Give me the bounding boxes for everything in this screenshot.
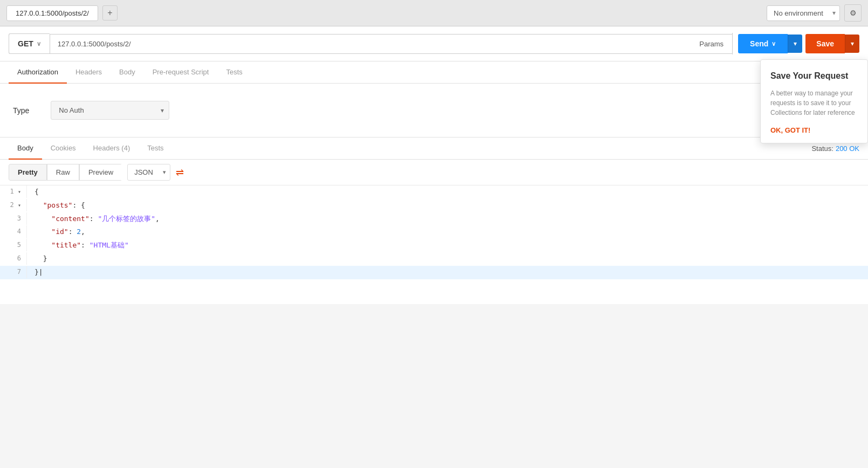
tab-headers[interactable]: Headers <box>67 61 111 84</box>
code-line-5: 5 "title": "HTML基础" <box>0 239 868 252</box>
response-tab-body[interactable]: Body <box>9 137 42 160</box>
popup-ok-button[interactable]: OK, GOT IT! <box>770 126 810 134</box>
method-label: GET <box>18 39 33 48</box>
top-bar-right: No environment ▾ ⚙ <box>767 4 862 22</box>
environment-wrapper: No environment ▾ <box>767 5 840 21</box>
params-button[interactable]: Params <box>691 34 732 54</box>
response-tabs-row: Body Cookies Headers (4) Tests Status: 2… <box>0 137 868 160</box>
line-number-6: 6 <box>0 252 27 265</box>
url-input[interactable] <box>50 34 691 54</box>
request-bar: GET ∨ Params Send ∨ ▾ Save ▾ <box>0 26 868 61</box>
format-raw-button[interactable]: Raw <box>47 164 79 181</box>
format-pretty-button[interactable]: Pretty <box>9 164 47 181</box>
line-content-2: "posts": { <box>27 199 868 212</box>
code-line-1: 1 ▾ { <box>0 185 868 199</box>
popup-body: A better way to manage your requests is … <box>770 88 858 118</box>
status-label: Status: <box>811 144 833 153</box>
tab-authorization[interactable]: Authorization <box>9 61 67 84</box>
json-format-select[interactable]: JSON XML HTML Text <box>127 164 170 181</box>
send-button[interactable]: Send ∨ <box>738 34 788 53</box>
format-button-group: Pretty Raw Preview <box>9 164 122 181</box>
url-tab[interactable]: 127.0.0.1:5000/posts/2/ <box>6 5 98 21</box>
code-line-7: 7 }| <box>0 266 868 279</box>
response-tab-headers[interactable]: Headers (4) <box>85 137 139 160</box>
code-line-4: 4 "id": 2, <box>0 225 868 239</box>
auth-select-wrapper: No Auth Bearer Token Basic Auth Digest A… <box>51 101 169 120</box>
arrow-icon-2: ▾ <box>18 202 21 208</box>
method-button[interactable]: GET ∨ <box>9 33 50 54</box>
line-number-3: 3 <box>0 212 27 225</box>
line-content-4: "id": 2, <box>27 225 868 239</box>
line-content-1: { <box>27 185 868 199</box>
auth-type-select[interactable]: No Auth Bearer Token Basic Auth Digest A… <box>51 101 169 120</box>
send-dropdown-button[interactable]: ▾ <box>788 35 802 53</box>
line-content-6: } <box>27 252 868 266</box>
json-format-wrapper: JSON XML HTML Text ▾ <box>127 164 170 181</box>
top-bar: 127.0.0.1:5000/posts/2/ + No environment… <box>0 0 868 26</box>
line-content-5: "title": "HTML基础" <box>27 239 868 252</box>
auth-type-label: Type <box>13 106 29 115</box>
line-number-5: 5 <box>0 239 27 251</box>
popup-title: Save Your Request <box>770 71 858 82</box>
method-chevron-icon: ∨ <box>37 40 41 47</box>
tab-tests[interactable]: Tests <box>217 61 251 84</box>
format-preview-button[interactable]: Preview <box>79 164 122 181</box>
code-line-3: 3 "content": "几个标签的故事", <box>0 212 868 226</box>
line-number-7: 7 <box>0 266 27 278</box>
divider <box>732 33 733 54</box>
line-content-7: }| <box>27 266 868 279</box>
line-number-4: 4 <box>0 225 27 238</box>
response-toolbar: Pretty Raw Preview JSON XML HTML Text ▾ … <box>0 160 868 185</box>
send-label: Send <box>750 39 768 48</box>
auth-section: Type No Auth Bearer Token Basic Auth Dig… <box>0 84 868 137</box>
save-button[interactable]: Save <box>805 34 845 53</box>
request-tabs: Authorization Headers Body Pre-request S… <box>0 61 868 84</box>
line-number-1: 1 ▾ <box>0 185 27 198</box>
status-area: Status: 200 OK <box>811 144 859 153</box>
settings-icon-button[interactable]: ⚙ <box>844 4 862 22</box>
code-line-2: 2 ▾ "posts": { <box>0 199 868 212</box>
send-chevron-icon: ∨ <box>771 40 776 47</box>
word-wrap-icon[interactable]: ⇌ <box>176 167 184 178</box>
response-tab-tests[interactable]: Tests <box>139 137 172 160</box>
save-request-popup: Save Your Request A better way to manage… <box>760 59 868 143</box>
response-tab-cookies[interactable]: Cookies <box>42 137 85 160</box>
status-value: 200 OK <box>836 144 859 153</box>
arrow-icon-1: ▾ <box>18 189 21 195</box>
tab-body[interactable]: Body <box>111 61 144 84</box>
environment-select[interactable]: No environment <box>767 5 840 21</box>
line-content-3: "content": "几个标签的故事", <box>27 212 868 226</box>
new-tab-button[interactable]: + <box>102 5 118 20</box>
line-number-2: 2 ▾ <box>0 199 27 211</box>
save-dropdown-button[interactable]: ▾ <box>845 35 859 53</box>
code-area: 1 ▾ { 2 ▾ "posts": { 3 "content": "几个标签的… <box>0 185 868 304</box>
tab-prerequest-script[interactable]: Pre-request Script <box>144 61 218 84</box>
code-line-6: 6 } <box>0 252 868 266</box>
